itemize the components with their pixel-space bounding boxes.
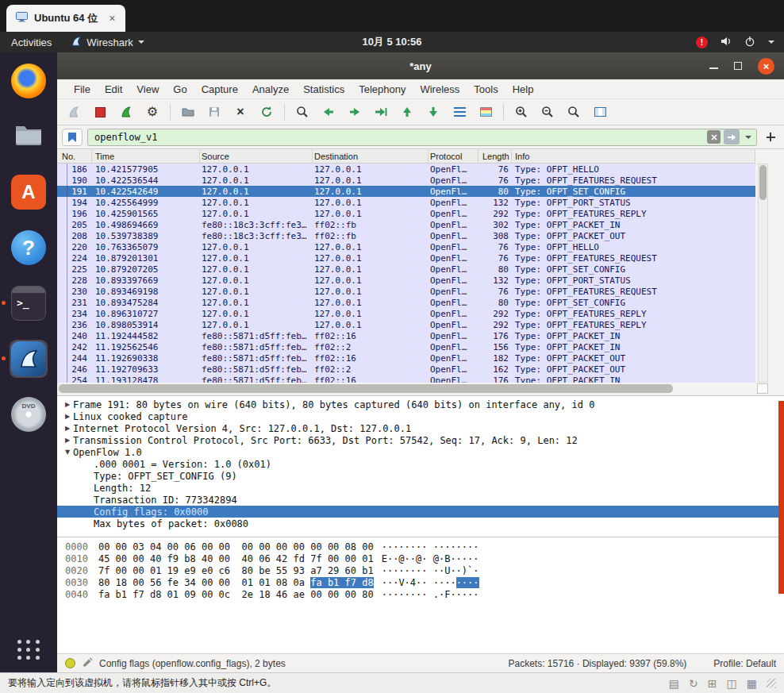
hex-row-0040[interactable]: 0040fa b1 f7 d8 01 09 00 0c 2e 18 46 ae … <box>65 589 784 601</box>
colorize-button[interactable] <box>474 101 498 123</box>
menu-telephony[interactable]: Telephony <box>352 82 413 97</box>
filter-dropdown-button[interactable] <box>743 136 754 139</box>
restart-capture-button[interactable] <box>114 101 138 123</box>
column-header-dst[interactable]: Destination <box>313 149 429 163</box>
window-titlebar[interactable]: *any × <box>57 52 784 79</box>
dock-item-ubuntu-software[interactable]: A <box>10 173 48 211</box>
column-header-proto[interactable]: Protocol <box>429 149 478 163</box>
hex-row-0000[interactable]: 000000 00 03 04 00 06 00 00 00 00 00 00 … <box>65 541 784 553</box>
menu-go[interactable]: Go <box>166 82 194 97</box>
zoom-in-button[interactable] <box>509 101 533 123</box>
save-file-button[interactable] <box>202 101 226 123</box>
packet-row-208[interactable]: 20810.539738389fe80::18c3:3cff:fe3…ff02:… <box>57 230 755 241</box>
minimize-button[interactable] <box>709 67 718 69</box>
packet-row-220[interactable]: 22010.763365079127.0.0.1127.0.0.1OpenFl…… <box>57 241 755 252</box>
auto-scroll-button[interactable] <box>448 101 471 123</box>
column-header-time[interactable]: Time <box>92 149 200 163</box>
expert-info-icon[interactable] <box>65 658 75 668</box>
filter-apply-button[interactable] <box>724 129 740 144</box>
column-header-no[interactable]: No. <box>57 149 92 163</box>
horizontal-scrollbar[interactable] <box>57 383 755 395</box>
hex-row-0010[interactable]: 001045 00 00 40 f9 b8 40 00 40 06 42 fd … <box>65 553 784 565</box>
go-to-packet-button[interactable] <box>369 101 393 123</box>
volume-icon[interactable] <box>721 36 732 49</box>
vm-device-icon[interactable]: ◫ <box>727 677 737 690</box>
dock-item-files[interactable] <box>10 117 48 156</box>
packet-row-196[interactable]: 19610.425901565127.0.0.1127.0.0.1OpenFl…… <box>57 208 755 219</box>
open-file-button[interactable] <box>176 101 200 123</box>
hex-row-0020[interactable]: 00207f 00 00 01 19 e9 e0 c6 80 be 55 93 … <box>65 565 784 577</box>
packet-row-205[interactable]: 20510.498694669fe80::18c3:3cff:fe3…ff02:… <box>57 219 755 230</box>
go-up-button[interactable] <box>395 101 419 123</box>
filter-bookmark-button[interactable] <box>62 129 83 146</box>
filter-clear-button[interactable] <box>707 130 721 144</box>
go-forward-button[interactable] <box>343 101 367 123</box>
packet-row-236[interactable]: 23610.898053914127.0.0.1127.0.0.1OpenFl…… <box>57 319 755 330</box>
filter-add-button[interactable] <box>762 129 779 146</box>
vm-tab-close-icon[interactable]: × <box>109 12 115 25</box>
packet-row-228[interactable]: 22810.893397669127.0.0.1127.0.0.1OpenFl…… <box>57 275 755 286</box>
vm-device-icon[interactable]: ↻ <box>689 677 698 690</box>
hex-row-0030[interactable]: 003080 18 00 56 fe 34 00 00 01 01 08 0a … <box>65 577 784 589</box>
packet-row-254[interactable]: 25411.193128478fe80::5871:d5ff:feb…ff02:… <box>57 375 755 383</box>
packet-row-240[interactable]: 24011.192444582fe80::5871:d5ff:feb…ff02:… <box>57 330 755 341</box>
detail-row[interactable]: ▶Internet Protocol Version 4, Src: 127.0… <box>57 422 784 434</box>
packet-row-244[interactable]: 24411.192690338fe80::5871:d5ff:feb…ff02:… <box>57 352 755 364</box>
detail-row[interactable]: Type: OFPT_SET_CONFIG (9) <box>57 470 784 482</box>
dock-item-dvd[interactable]: DVD <box>10 395 48 433</box>
column-header-info[interactable]: Info <box>512 149 755 163</box>
start-capture-button[interactable] <box>62 101 86 123</box>
packet-row-224[interactable]: 22410.879201301127.0.0.1127.0.0.1OpenFl…… <box>57 252 755 264</box>
packet-row-190[interactable]: 19010.422536544127.0.0.1127.0.0.1OpenFl…… <box>57 175 755 186</box>
zoom-out-button[interactable] <box>536 101 559 123</box>
vertical-scrollbar[interactable] <box>758 164 768 383</box>
packet-row-194[interactable]: 19410.425564999127.0.0.1127.0.0.1OpenFl…… <box>57 197 755 208</box>
detail-row[interactable]: ▶Transmission Control Protocol, Src Port… <box>57 434 784 446</box>
detail-row[interactable]: ▶Frame 191: 80 bytes on wire (640 bits),… <box>57 398 784 410</box>
packet-row-186[interactable]: 18610.421577905127.0.0.1127.0.0.1OpenFl…… <box>57 164 755 175</box>
scrollbar-thumb[interactable] <box>59 384 673 393</box>
maximize-button[interactable] <box>734 62 742 70</box>
scroll-corner-button[interactable] <box>757 383 768 394</box>
detail-row[interactable]: ▼OpenFlow 1.0 <box>57 446 784 458</box>
activities-button[interactable]: Activities <box>0 32 63 52</box>
close-capture-button[interactable]: × <box>229 101 252 123</box>
vm-device-icon[interactable]: ▦ <box>747 677 757 690</box>
menu-view[interactable]: View <box>129 82 166 97</box>
scrollbar-thumb[interactable] <box>759 165 767 200</box>
go-back-button[interactable] <box>317 101 340 123</box>
dock-item-terminal[interactable]: >_ <box>10 284 48 322</box>
menu-analyze[interactable]: Analyze <box>245 82 296 97</box>
detail-row[interactable]: ▶Linux cooked capture <box>57 410 784 422</box>
find-packet-button[interactable] <box>290 101 314 123</box>
menu-tools[interactable]: Tools <box>467 82 505 97</box>
expander-icon[interactable]: ▶ <box>62 413 73 420</box>
detail-row[interactable]: Length: 12 <box>57 482 784 494</box>
packet-row-230[interactable]: 23010.893469198127.0.0.1127.0.0.1OpenFl…… <box>57 286 755 297</box>
column-header-src[interactable]: Source <box>200 149 313 163</box>
dock-item-wireshark[interactable] <box>10 340 48 378</box>
display-filter-input[interactable] <box>94 132 704 143</box>
annotation-icon[interactable] <box>82 656 93 670</box>
app-menu-button[interactable]: Wireshark <box>63 32 152 52</box>
reload-button[interactable] <box>255 101 279 123</box>
menu-help[interactable]: Help <box>505 82 541 97</box>
expander-icon[interactable]: ▶ <box>62 401 73 408</box>
packet-row-191[interactable]: 19110.422542649127.0.0.1127.0.0.1OpenFl…… <box>57 186 755 197</box>
detail-row[interactable]: Transaction ID: 773342894 <box>57 494 784 506</box>
capture-options-button[interactable]: ⚙ <box>140 101 164 123</box>
menu-edit[interactable]: Edit <box>98 82 129 97</box>
profile-text[interactable]: Profile: Default <box>713 658 776 669</box>
expander-icon[interactable]: ▶ <box>62 437 73 444</box>
menu-capture[interactable]: Capture <box>194 82 245 97</box>
dock-item-firefox[interactable] <box>10 62 48 100</box>
go-down-button[interactable] <box>421 101 445 123</box>
detail-row[interactable]: Config flags: 0x0000 <box>57 506 784 518</box>
packet-row-246[interactable]: 24611.192709633fe80::5871:d5ff:feb…ff02:… <box>57 364 755 375</box>
vm-tab[interactable]: Ubuntu 64 位 × <box>6 5 125 32</box>
resize-columns-button[interactable] <box>588 101 612 123</box>
vm-device-icon[interactable]: ⊞ <box>708 677 717 690</box>
chevron-down-icon[interactable] <box>768 40 774 44</box>
detail-row[interactable]: Max bytes of packet: 0x0080 <box>57 518 784 529</box>
menu-wireless[interactable]: Wireless <box>413 82 467 97</box>
